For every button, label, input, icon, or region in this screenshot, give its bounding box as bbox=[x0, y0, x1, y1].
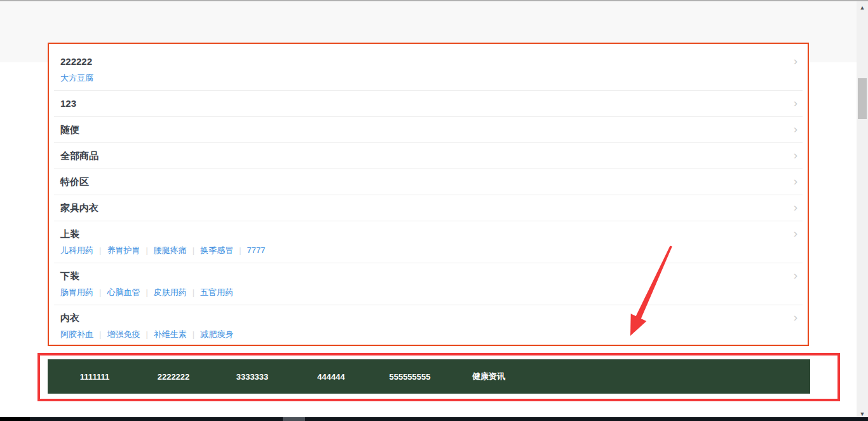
subcategory-link[interactable]: 阿胶补血 bbox=[60, 329, 93, 339]
chevron-right-icon: › bbox=[794, 226, 797, 240]
scrollbar-thumb[interactable] bbox=[858, 78, 867, 119]
link-separator: | bbox=[99, 329, 101, 339]
category-row[interactable]: 上装儿科用药|养胃护胃|腰腿疼痛|换季感冒|7777› bbox=[54, 221, 803, 263]
subcategory-link[interactable]: 大方豆腐 bbox=[60, 73, 93, 83]
chevron-right-icon: › bbox=[794, 174, 797, 188]
link-separator: | bbox=[99, 287, 101, 297]
category-row[interactable]: 特价区› bbox=[54, 169, 803, 195]
category-title[interactable]: 特价区 bbox=[60, 176, 796, 188]
subcategory-link[interactable]: 增强免疫 bbox=[107, 329, 140, 339]
link-separator: | bbox=[239, 245, 241, 255]
chevron-right-icon: › bbox=[794, 310, 797, 324]
chevron-right-icon: › bbox=[794, 148, 797, 162]
footer-nav-item[interactable]: 3333333 bbox=[213, 372, 292, 382]
category-row[interactable]: 内衣阿胶补血|增强免疫|补维生素|减肥瘦身› bbox=[54, 305, 803, 346]
subcategory-links: 阿胶补血|增强免疫|补维生素|减肥瘦身 bbox=[60, 329, 796, 340]
taskbar-edge-segment bbox=[0, 417, 30, 421]
page: 222222大方豆腐›123›随便›全部商品›特价区›家具内衣›上装儿科用药|养… bbox=[0, 0, 868, 421]
taskbar-edge-segment bbox=[283, 417, 305, 421]
subcategory-link[interactable]: 肠胃用药 bbox=[60, 287, 93, 297]
category-row[interactable]: 222222大方豆腐› bbox=[54, 49, 803, 91]
subcategory-link[interactable]: 养胃护胃 bbox=[107, 245, 140, 255]
category-list: 222222大方豆腐›123›随便›全部商品›特价区›家具内衣›上装儿科用药|养… bbox=[49, 49, 808, 346]
subcategory-link[interactable]: 减肥瘦身 bbox=[200, 329, 233, 339]
subcategory-link[interactable]: 7777 bbox=[247, 245, 266, 255]
chevron-right-icon: › bbox=[794, 268, 797, 282]
category-title[interactable]: 内衣 bbox=[60, 312, 796, 324]
taskbar-edge bbox=[0, 417, 868, 421]
category-row[interactable]: 123› bbox=[54, 91, 803, 117]
footer-nav: 111111122222223333333444444555555555健康资讯 bbox=[48, 359, 810, 394]
link-separator: | bbox=[146, 245, 147, 255]
subcategory-link[interactable]: 儿科用药 bbox=[60, 245, 93, 255]
chevron-right-icon: › bbox=[794, 96, 797, 110]
category-title[interactable]: 222222 bbox=[60, 56, 796, 67]
link-separator: | bbox=[193, 329, 194, 339]
subcategory-links: 肠胃用药|心脑血管|皮肤用药|五官用药 bbox=[60, 287, 796, 298]
category-title[interactable]: 随便 bbox=[60, 124, 796, 135]
category-row[interactable]: 家具内衣› bbox=[54, 195, 803, 221]
category-row[interactable]: 全部商品› bbox=[54, 143, 803, 169]
category-title[interactable]: 123 bbox=[60, 98, 796, 109]
subcategory-link[interactable]: 换季感冒 bbox=[200, 245, 233, 255]
link-separator: | bbox=[193, 245, 194, 255]
link-separator: | bbox=[146, 329, 147, 339]
subcategory-links: 大方豆腐 bbox=[60, 73, 796, 83]
category-title[interactable]: 全部商品 bbox=[60, 150, 796, 162]
subcategory-link[interactable]: 五官用药 bbox=[200, 287, 233, 297]
footer-nav-item[interactable]: 健康资讯 bbox=[449, 371, 528, 382]
footer-nav-item[interactable]: 444444 bbox=[292, 372, 370, 382]
subcategory-link[interactable]: 腰腿疼痛 bbox=[154, 245, 187, 255]
scrollbar[interactable]: ▲ ▼ bbox=[857, 1, 868, 421]
footer-nav-item[interactable]: 555555555 bbox=[370, 372, 449, 382]
category-title[interactable]: 上装 bbox=[60, 228, 796, 240]
chevron-right-icon: › bbox=[794, 122, 797, 136]
subcategory-link[interactable]: 心脑血管 bbox=[107, 287, 140, 297]
link-separator: | bbox=[146, 287, 147, 297]
link-separator: | bbox=[193, 287, 194, 297]
top-divider bbox=[0, 0, 868, 1]
category-title[interactable]: 家具内衣 bbox=[60, 202, 796, 214]
scroll-up-icon[interactable]: ▲ bbox=[857, 3, 868, 13]
chevron-right-icon: › bbox=[794, 200, 797, 214]
footer-nav-item[interactable]: 1111111 bbox=[55, 372, 134, 382]
subcategory-link[interactable]: 皮肤用药 bbox=[154, 287, 187, 297]
footer-nav-item[interactable]: 2222222 bbox=[134, 372, 213, 382]
link-separator: | bbox=[99, 245, 101, 255]
category-row[interactable]: 随便› bbox=[54, 117, 803, 143]
subcategory-link[interactable]: 补维生素 bbox=[154, 329, 187, 339]
category-row[interactable]: 下装肠胃用药|心脑血管|皮肤用药|五官用药› bbox=[54, 263, 803, 305]
chevron-right-icon: › bbox=[794, 54, 797, 68]
subcategory-links: 儿科用药|养胃护胃|腰腿疼痛|换季感冒|7777 bbox=[60, 245, 796, 256]
category-panel: 222222大方豆腐›123›随便›全部商品›特价区›家具内衣›上装儿科用药|养… bbox=[48, 43, 809, 346]
category-title[interactable]: 下装 bbox=[60, 270, 796, 282]
